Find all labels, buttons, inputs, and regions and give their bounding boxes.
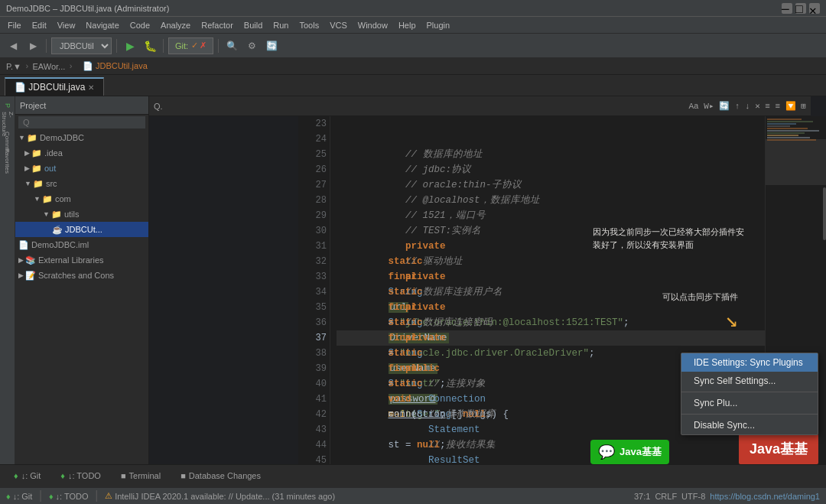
breadcrumb-jdbcutil[interactable]: 📄 JDBCUtil.java [76,60,154,73]
tree-utils[interactable]: ▼ 📁 utils [15,206,148,222]
line-num-34: 34 [301,285,327,300]
tab-jdbcutil[interactable]: 📄 JDBCUtil.java ✕ [5,77,104,96]
status-crlf[interactable]: CRLF [655,492,677,501]
search-button[interactable]: 🔍 [223,37,240,54]
bottom-tab-todo[interactable]: ♦ ↓: TODO [51,467,110,486]
bottom-tab-terminal[interactable]: ■ Terminal [112,467,170,486]
back-button[interactable]: ◀ [5,37,21,54]
comment-33: // 数据库连接用户名 [405,287,502,298]
bottom-tab-git[interactable]: ♦ ↓: Git [5,467,50,486]
ctx-item-disable-sync[interactable]: Disable Sync... [681,416,818,434]
tree-jdbcutil[interactable]: ☕ JDBCUt... [15,222,148,237]
settings-button[interactable]: ⚙ [243,37,260,54]
ctx-item-sync-plu[interactable]: Sync Plu... [681,394,818,412]
project-dropdown[interactable]: JDBCUtil [51,37,112,54]
comment-43: // 接收结果集 [428,440,496,450]
minimize-button[interactable]: ─ [782,3,792,14]
tree-src[interactable]: ▼ 📁 src [15,176,148,191]
line-num-42: 42 [301,407,327,422]
folder-icon: 📁 [31,148,42,158]
menu-edit[interactable]: Edit [28,19,51,31]
status-git[interactable]: ♦ ↓: Git [6,492,32,501]
tree-com[interactable]: ▼ 📁 com [15,191,148,206]
minimap-line [767,139,816,141]
wechat-badge: 💬 Java基基 [590,440,669,464]
ctx-item-sync-self[interactable]: Sync Self Settings... [681,372,818,390]
sync-button[interactable]: 🔄 [263,37,280,54]
menu-plugin[interactable]: Plugin [422,19,455,31]
menu-window[interactable]: Window [353,19,392,31]
tree-scratches[interactable]: ▶ 📝 Scratches and Cons [15,268,148,283]
line-num-27: 27 [301,177,327,193]
toolbar-separator-3 [163,39,164,53]
run-button[interactable]: ▶ [122,37,138,54]
ctx-separator-2 [681,414,818,415]
wechat-label: Java基基 [620,445,662,459]
line-num-43: 43 [301,422,327,437]
tree-ext-libs[interactable]: ▶ 📚 External Libraries [15,252,148,268]
maximize-button[interactable]: □ [795,3,806,14]
breadcrumb-src[interactable]: EAWor... [32,62,65,71]
bottom-tab-dbchanges[interactable]: ■ Database Changes [171,467,270,486]
status-todo[interactable]: ♦ ↓: TODO [49,492,89,501]
editor-search-placeholder: Q. [154,102,163,111]
tab-close-button[interactable]: ✕ [88,83,94,92]
toolbar-separator-4 [218,39,219,53]
sidebar-project-icon[interactable]: P [2,99,14,112]
java-file-icon: ☕ [52,225,63,235]
git-x: ✗ [200,41,206,50]
minimap-line [767,132,805,134]
sidebar-commit-icon[interactable]: Commit [2,136,14,148]
kw-public: public [405,363,440,374]
window-controls[interactable]: ─ □ ✕ [782,3,820,14]
status-encoding[interactable]: UTF-8 [681,492,705,501]
tree-label: JDBCUt... [65,225,102,234]
ctx-separator [681,392,818,392]
menu-refactor[interactable]: Refactor [197,19,238,31]
ctx-item-sync-plugins[interactable]: IDE Settings: Sync Plugins [681,353,818,372]
menu-navigate[interactable]: Navigate [81,19,123,31]
line-num-33: 33 [301,269,327,285]
scroll-thumb[interactable] [823,187,826,241]
menu-tools[interactable]: Tools [294,19,324,31]
git-checkmark: ✓ [191,41,198,50]
tree-idea[interactable]: ▶ 📁 .idea [15,145,148,161]
status-todo-text: ↓: TODO [56,492,89,501]
menu-build[interactable]: Build [239,19,267,31]
terminal-tab-label: Terminal [129,471,161,480]
expand-arrow: ▼ [24,180,31,187]
line-num-36: 36 [301,315,327,330]
menu-file[interactable]: File [3,19,26,31]
breadcrumb-project[interactable]: P.▼ [6,62,21,71]
menu-analyze[interactable]: Analyze [156,19,195,31]
java-base-label: Java基基 [739,434,818,464]
project-search-input[interactable] [18,116,145,128]
status-sep-1: | [37,489,44,503]
debug-button[interactable]: 🐛 [141,37,158,54]
string-drivername: "oracle.jdbc.driver.OracleDriver" [400,348,590,359]
sidebar-favorites-icon[interactable]: Favorites [2,154,14,167]
tree-out[interactable]: ▶ 📁 out [15,161,148,176]
minimap-line [767,128,808,129]
menu-help[interactable]: Help [394,19,421,31]
sidebar-structure-icon[interactable]: Z-Structure [2,118,14,130]
forward-button[interactable]: ▶ [24,37,41,54]
menu-code[interactable]: Code [125,19,154,31]
tree-demojdbc[interactable]: ▼ 📁 DemoJDBC [15,130,148,145]
tree-demojdbc-iml[interactable]: 📄 DemoJDBC.iml [15,237,148,252]
status-position[interactable]: 37:1 [634,492,650,501]
toolbar-separator-2 [116,39,117,53]
libs-icon: 📚 [25,255,36,265]
scratch-icon: 📝 [25,271,36,281]
menu-vcs[interactable]: VCS [325,19,352,31]
close-button[interactable]: ✕ [809,3,820,14]
comment-41: // 操作数据库 [428,409,496,420]
status-warning-text: IntelliJ IDEA 2020.1 available: // Updat… [115,492,335,501]
minimap-line [767,119,802,120]
menu-run[interactable]: Run [268,19,293,31]
editor-toolbar: Q. Aa W▸ 🔄 ↑ ↓ ✕ ≡ ≡ 🔽 ⊞ [149,96,811,116]
line-num-26: 26 [301,162,327,177]
warning-icon: ⚠ [105,491,112,501]
tree-label: External Libraries [38,255,104,265]
menu-view[interactable]: View [53,19,80,31]
